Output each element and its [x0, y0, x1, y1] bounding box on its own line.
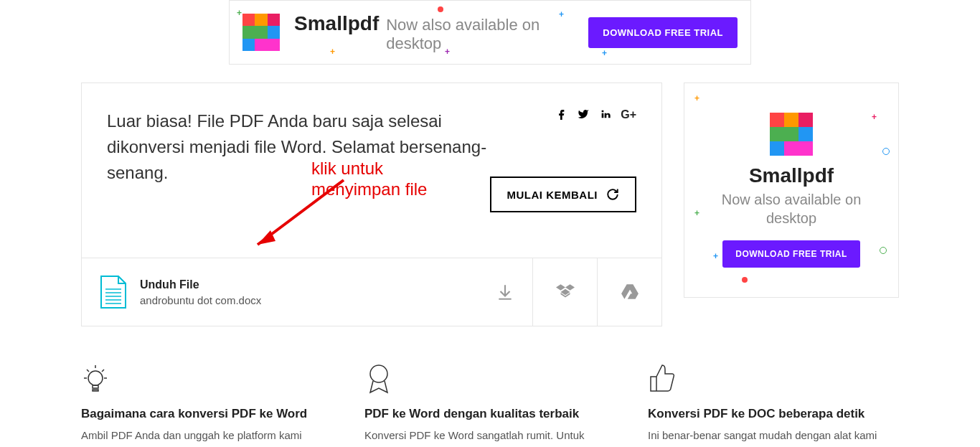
- side-ad-banner: + + + + Smallpdf Now also available on d…: [684, 83, 899, 298]
- twitter-icon[interactable]: [576, 108, 590, 123]
- feature-title: Bagaimana cara konversi PDF ke Word: [81, 407, 332, 421]
- svg-point-7: [88, 371, 103, 385]
- feature-desc: Konversi PDF ke Word sangatlah rumit. Un…: [364, 427, 616, 447]
- smallpdf-logo-icon: [242, 14, 280, 51]
- googleplus-icon[interactable]: G+: [621, 108, 636, 123]
- top-ad-banner: + + + + + Smallpdf Now also available on…: [229, 0, 751, 65]
- download-filename: androbuntu dot com.docx: [140, 294, 483, 306]
- feature-how-to: Bagaimana cara konversi PDF ke Word Ambi…: [81, 362, 332, 447]
- googledrive-icon: [621, 283, 639, 301]
- feature-title: Konversi PDF ke DOC beberapa detik: [648, 407, 899, 421]
- conversion-result-card: Luar biasa! File PDF Anda baru saja sele…: [81, 83, 662, 326]
- thumbsup-icon: [648, 362, 899, 397]
- restart-label: MULAI KEMBALI: [507, 189, 598, 201]
- smallpdf-logo-icon: [770, 113, 813, 156]
- feature-quality: PDF ke Word dengan kualitas terbaik Konv…: [364, 362, 616, 447]
- side-download-trial-button[interactable]: DOWNLOAD FREE TRIAL: [722, 240, 860, 268]
- feature-desc: Ini benar-benar sangat mudah dengan alat…: [648, 427, 899, 447]
- svg-point-8: [370, 365, 387, 382]
- facebook-icon[interactable]: [556, 108, 567, 123]
- side-tagline: Now also available on desktop: [699, 190, 884, 227]
- annotation-arrow-icon: [243, 173, 351, 259]
- download-trial-button[interactable]: DOWNLOAD FREE TRIAL: [588, 17, 738, 48]
- banner-brand: Smallpdf: [294, 12, 379, 35]
- linkedin-icon[interactable]: [599, 108, 612, 123]
- feature-title: PDF ke Word dengan kualitas terbaik: [364, 407, 616, 421]
- download-file-button[interactable]: Unduh File androbuntu dot com.docx: [82, 258, 532, 326]
- dropbox-icon: [556, 283, 575, 301]
- badge-icon: [364, 362, 616, 397]
- document-icon: [100, 275, 127, 309]
- side-brand: Smallpdf: [749, 164, 834, 187]
- feature-speed: Konversi PDF ke DOC beberapa detik Ini b…: [648, 362, 899, 447]
- download-row: Unduh File androbuntu dot com.docx: [82, 258, 661, 326]
- banner-tagline: Now also available on desktop: [386, 16, 588, 53]
- download-title: Unduh File: [140, 278, 483, 291]
- social-share: G+: [556, 108, 636, 123]
- refresh-icon: [606, 188, 619, 201]
- download-arrow-icon: [496, 283, 514, 301]
- lightbulb-icon: [81, 362, 332, 397]
- googledrive-button[interactable]: [597, 258, 661, 326]
- annotation-overlay: klik untuk menyimpan file: [311, 159, 427, 200]
- restart-button[interactable]: MULAI KEMBALI: [490, 177, 637, 212]
- features-row: Bagaimana cara konversi PDF ke Word Ambi…: [81, 362, 899, 447]
- feature-desc: Ambil PDF Anda dan unggah ke platform ka…: [81, 427, 332, 447]
- dropbox-button[interactable]: [532, 258, 597, 326]
